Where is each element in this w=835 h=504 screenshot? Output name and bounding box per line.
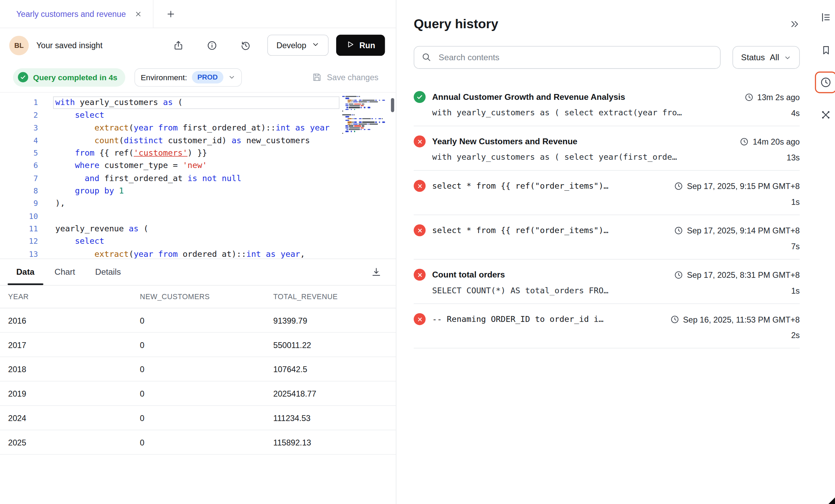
new-tab-button[interactable]	[161, 0, 181, 28]
info-button[interactable]	[201, 34, 223, 56]
code-line[interactable]: 8 group by 1	[0, 185, 396, 198]
search-icon	[421, 52, 432, 62]
search-box	[414, 46, 721, 69]
header-actions: Develop Run	[155, 34, 385, 56]
status-filter-value: All	[770, 53, 779, 62]
code-line[interactable]: 2 select	[0, 109, 396, 122]
code-text: with yearly_customers as (	[38, 96, 183, 109]
table-cell: 2025418.77	[273, 389, 388, 398]
history-item-time: Sep 17, 2025, 8:31 PM GMT+8	[674, 270, 800, 280]
right-rail	[814, 0, 835, 126]
code-text: count(distinct customer_id) as new_custo…	[38, 134, 310, 147]
code-line[interactable]: 7 and first_ordered_at is not null	[0, 172, 396, 185]
history-item[interactable]: Count total ordersSep 17, 2025, 8:31 PM …	[414, 260, 800, 304]
history-item-duration: 1s	[791, 197, 800, 206]
save-changes-button[interactable]: Save changes	[312, 72, 379, 82]
table-cell: 0	[140, 438, 273, 447]
history-icon[interactable]	[815, 72, 835, 93]
develop-button[interactable]: Develop	[267, 35, 329, 56]
code-line[interactable]: 5 from {{ ref('customers') }}	[0, 147, 396, 160]
chevron-down-icon	[312, 41, 319, 50]
history-item-time: Sep 17, 2025, 9:14 PM GMT+8	[674, 226, 800, 235]
code-lines: 1with yearly_customers as (2 select3 ext…	[0, 96, 396, 259]
status-bar: Query completed in 4s Environment: PROD …	[0, 62, 396, 92]
code-text: ),	[38, 198, 65, 210]
table-row: 20180107642.5	[0, 357, 396, 381]
collapse-panel-icon[interactable]	[790, 19, 800, 29]
history-item-query: with yearly_customers as ( select extrac…	[432, 108, 791, 117]
code-line[interactable]: 4 count(distinct customer_id) as new_cus…	[0, 134, 396, 147]
sql-editor[interactable]: 1with yearly_customers as (2 select3 ext…	[0, 92, 396, 259]
list-icon[interactable]	[815, 7, 835, 28]
history-item[interactable]: Annual Customer Growth and Revenue Analy…	[414, 82, 800, 126]
column-header: NEW_CUSTOMERS	[140, 293, 273, 301]
search-input[interactable]	[414, 46, 721, 69]
code-text: select	[38, 109, 104, 122]
history-item-time: Sep 16, 2025, 11:53 PM GMT+8	[670, 315, 800, 324]
history-item-duration: 13s	[787, 153, 800, 162]
history-item-title: Yearly New Customers and Revenue	[432, 137, 733, 146]
code-text: from {{ ref('customers') }}	[38, 147, 207, 160]
clock-icon	[674, 270, 683, 280]
error-icon	[414, 180, 426, 192]
history-item[interactable]: select * from {{ ref("order_items")…Sep …	[414, 171, 800, 215]
tab-chart[interactable]: Chart	[54, 267, 75, 277]
tab-label: Yearly customers and revenue	[16, 9, 126, 19]
table-cell: 111234.53	[273, 413, 388, 422]
app-window: Yearly customers and revenue BL Your sav…	[0, 0, 835, 504]
results-table-body: 2016091399.7920170550011.2220180107642.5…	[0, 308, 396, 455]
code-line[interactable]: 12 select	[0, 235, 396, 248]
history-item[interactable]: -- Renaming ORDER_ID to order_id i…Sep 1…	[414, 304, 800, 348]
code-line[interactable]: 13 extract(year from ordered_at)::int as…	[0, 248, 396, 259]
code-line[interactable]: 11yearly_revenue as (	[0, 223, 396, 235]
line-number: 11	[0, 223, 38, 235]
avatar[interactable]: BL	[9, 35, 29, 55]
history-list: Annual Customer Growth and Revenue Analy…	[414, 82, 800, 348]
save-icon	[312, 72, 322, 82]
history-item-query: SELECT COUNT(*) AS total_orders FRO…	[432, 285, 791, 295]
tab-details[interactable]: Details	[95, 267, 121, 277]
table-row: 2016091399.79	[0, 308, 396, 333]
environment-value-badge: PROD	[192, 71, 223, 83]
tab-yearly-customers-and-revenue[interactable]: Yearly customers and revenue	[0, 0, 154, 28]
status-filter-select[interactable]: Status All	[732, 46, 800, 69]
line-number: 12	[0, 235, 38, 248]
history-item[interactable]: select * from {{ ref("order_items")…Sep …	[414, 215, 800, 260]
history-item[interactable]: Yearly New Customers and Revenue14m 20s …	[414, 126, 800, 171]
check-circle-icon	[18, 72, 28, 82]
code-line[interactable]: 9),	[0, 198, 396, 210]
editor-scrollbar[interactable]	[391, 98, 394, 112]
results-tab-bar: Data Chart Details	[0, 259, 396, 286]
history-item-timestamp: 14m 20s ago	[753, 137, 800, 146]
history-item-title: select * from {{ ref("order_items")…	[432, 181, 667, 191]
history-item-timestamp: Sep 17, 2025, 9:14 PM GMT+8	[687, 226, 800, 235]
code-line[interactable]: 6 where customer_type = 'new'	[0, 160, 396, 172]
environment-select[interactable]: Environment: PROD	[134, 68, 242, 87]
insight-title: Your saved insight	[36, 41, 102, 50]
editor-minimap[interactable]	[342, 96, 385, 136]
table-row: 20240111234.53	[0, 406, 396, 430]
success-icon	[414, 91, 426, 103]
bookmark-icon[interactable]	[815, 39, 835, 61]
lineage-icon[interactable]	[815, 104, 835, 126]
download-button[interactable]	[371, 266, 382, 277]
code-line[interactable]: 3 extract(year from first_ordered_at)::i…	[0, 122, 396, 135]
run-button[interactable]: Run	[336, 35, 385, 56]
code-line[interactable]: 1with yearly_customers as (	[0, 96, 396, 109]
panel-title: Query history	[414, 16, 498, 31]
tab-bar: Yearly customers and revenue	[0, 0, 396, 28]
table-cell: 2017	[8, 340, 140, 349]
clock-icon	[674, 181, 683, 191]
history-item-duration: 1s	[791, 286, 800, 295]
table-cell: 91399.79	[273, 316, 388, 325]
share-button[interactable]	[167, 34, 189, 56]
table-cell: 2016	[8, 316, 140, 325]
clock-icon	[740, 137, 749, 146]
play-icon	[346, 40, 354, 50]
tab-data[interactable]: Data	[16, 267, 34, 277]
version-history-button[interactable]	[235, 34, 256, 56]
tab-close-icon[interactable]	[134, 10, 142, 18]
code-line[interactable]: 10	[0, 210, 396, 223]
line-number: 8	[0, 185, 38, 198]
history-item-timestamp: Sep 17, 2025, 9:15 PM GMT+8	[687, 181, 800, 191]
